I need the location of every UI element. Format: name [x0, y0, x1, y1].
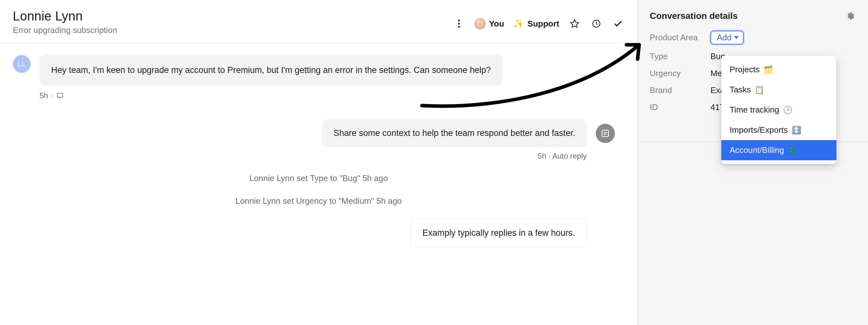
auto-reply-meta: 5h · Auto reply: [13, 152, 587, 160]
star-icon: [570, 19, 580, 28]
assignee-you[interactable]: You: [474, 18, 504, 29]
svg-rect-6: [602, 130, 609, 137]
svg-point-1: [458, 23, 460, 25]
sparkle-icon: ✨: [513, 19, 524, 29]
reply-time-hint-text: Examply typically replies in a few hours…: [411, 219, 587, 247]
dropdown-item-label: Imports/Exports: [730, 125, 788, 135]
conversation-header: Lonnie Lynn Error upgrading subscription…: [0, 0, 637, 43]
header-actions: You ✨ Support: [453, 17, 624, 30]
dropdown-item-imports-exports[interactable]: Imports/Exports ↕️: [721, 120, 836, 140]
customer-message-body: Hey team, I'm keen to upgrade my account…: [40, 55, 502, 85]
product-area-dropdown: Projects 🗂️ Tasks 📋 Time tracking 🕒 Impo…: [721, 56, 836, 164]
chevron-down-icon: [734, 36, 739, 39]
clock-icon: 🕒: [783, 106, 793, 115]
more-menu-button[interactable]: [453, 17, 465, 30]
customer-message: LL Hey team, I'm keen to upgrade my acco…: [13, 55, 624, 85]
star-button[interactable]: [568, 17, 581, 30]
dropdown-item-label: Projects: [730, 65, 760, 75]
dropdown-item-account-billing[interactable]: Account/Billing 💲: [721, 140, 836, 160]
auto-reply-message: Share some context to help the team resp…: [13, 119, 615, 147]
customer-avatar: LL: [13, 55, 31, 73]
gear-icon: [846, 11, 855, 21]
svg-rect-5: [58, 93, 63, 97]
add-label: Add: [717, 33, 732, 42]
event-urgency-set: Lonnie Lynn set Urgency to "Medium" 5h a…: [13, 196, 624, 206]
dropdown-item-label: Account/Billing: [730, 145, 784, 155]
conversation-subject: Error upgrading subscription: [13, 25, 117, 35]
product-area-add-button[interactable]: Add: [710, 31, 744, 45]
message-time: 5h: [40, 91, 48, 100]
dropdown-item-time-tracking[interactable]: Time tracking 🕒: [721, 100, 836, 120]
conversation-details-sidebar: Conversation details Product Area Add Ty…: [638, 0, 868, 325]
folder-icon: 🗂️: [764, 65, 773, 74]
svg-point-2: [458, 26, 460, 28]
svg-marker-3: [571, 20, 579, 28]
clock-icon: [592, 19, 601, 28]
conversation-thread: LL Hey team, I'm keen to upgrade my acco…: [0, 43, 637, 247]
kebab-icon: [458, 19, 460, 28]
conversation-main: Lonnie Lynn Error upgrading subscription…: [0, 0, 638, 325]
chat-icon: [57, 92, 64, 99]
reply-time-hint: Examply typically replies in a few hours…: [13, 219, 587, 247]
dollar-icon: 💲: [788, 146, 798, 155]
sidebar-settings-button[interactable]: [844, 9, 857, 22]
auto-reply-body: Share some context to help the team resp…: [322, 119, 587, 147]
auto-reply-avatar: [596, 124, 615, 143]
you-label: You: [489, 19, 504, 29]
note-icon: [600, 128, 610, 138]
sidebar-title: Conversation details: [650, 11, 738, 21]
dropdown-item-label: Tasks: [730, 85, 751, 95]
close-button[interactable]: [612, 17, 624, 30]
field-label: Product Area: [650, 33, 704, 42]
dropdown-item-projects[interactable]: Projects 🗂️: [721, 59, 836, 80]
svg-point-0: [458, 20, 460, 22]
you-avatar: [474, 18, 486, 29]
event-type-set: Lonnie Lynn set Type to "Bug" 5h ago: [13, 173, 624, 183]
dropdown-item-label: Time tracking: [730, 105, 779, 115]
customer-message-meta: 5h ·: [40, 91, 624, 100]
arrows-icon: ↕️: [792, 126, 801, 135]
dropdown-item-tasks[interactable]: Tasks 📋: [721, 80, 836, 100]
clipboard-icon: 📋: [754, 85, 764, 94]
contact-name: Lonnie Lynn: [13, 9, 117, 23]
support-label: Support: [527, 19, 559, 29]
snooze-button[interactable]: [590, 17, 603, 30]
field-product-area: Product Area Add: [650, 31, 857, 45]
check-icon: [613, 19, 623, 29]
assignee-support[interactable]: ✨ Support: [513, 19, 559, 29]
